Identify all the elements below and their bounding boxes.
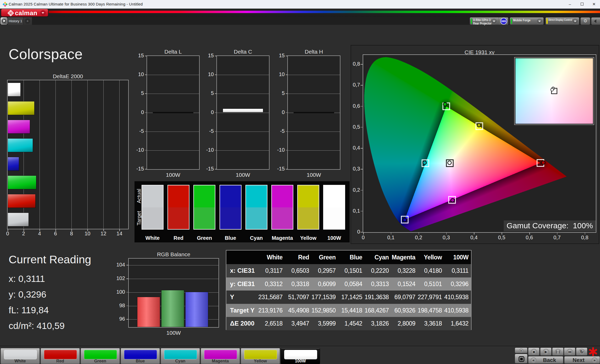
- play-icon: [2, 19, 6, 23]
- pattern-button-green[interactable]: Green: [81, 348, 120, 364]
- pattern-button-label: Blue: [121, 359, 160, 363]
- x-tick-label: 12: [96, 231, 111, 237]
- swatch-target: [324, 207, 345, 229]
- stop-button[interactable]: ■: [528, 348, 540, 356]
- pattern-button-white[interactable]: White: [1, 348, 40, 364]
- x-tick-label: 0: [0, 231, 15, 237]
- chevron-down-icon[interactable]: [573, 19, 578, 24]
- back-button[interactable]: «Back: [528, 356, 563, 364]
- y-tick-mark: [361, 85, 363, 86]
- table-row-3: Y231,568751,7097177,153917,1425191,36386…: [226, 291, 471, 304]
- table-row-5: ΔE 20002,65183,49473,59991,45423,18262,8…: [226, 317, 471, 330]
- workflow-nav-button[interactable]: [1, 17, 7, 25]
- calman-app: { "window": { "title": "Calman 2025 Calm…: [0, 0, 600, 364]
- swatch-stack[interactable]: [167, 185, 189, 230]
- y-tick-mark: [361, 169, 363, 169]
- stop-pattern-button[interactable]: [515, 354, 528, 363]
- y-tick-mark: [361, 106, 363, 107]
- gridline: [147, 94, 199, 94]
- refresh-button[interactable]: ↻: [576, 348, 587, 356]
- gridline: [288, 132, 340, 132]
- y-tick-mark: [145, 93, 147, 94]
- x-tick-label: 2: [16, 231, 31, 237]
- swatch-actual: [272, 185, 293, 207]
- settings-button[interactable]: ⚙: [580, 17, 590, 25]
- frame-step-button[interactable]: [··]: [552, 348, 564, 356]
- tab-history-1[interactable]: History 1: [8, 17, 23, 25]
- swatch-stack[interactable]: [271, 185, 293, 230]
- swatch-stack[interactable]: [323, 185, 345, 230]
- calman-menu-button[interactable]: calman: [1, 9, 48, 16]
- swatch-actual: [168, 185, 189, 207]
- swatch-stack[interactable]: [193, 185, 215, 230]
- pattern-button-red[interactable]: Red: [41, 348, 80, 364]
- pattern-button-label: 100W: [281, 359, 320, 363]
- meter-dropdown[interactable]: X-Rite i1Pro 3 Rear Projector 665: [470, 17, 508, 25]
- deltae-bar-100w: [8, 83, 21, 96]
- y-tick-mark: [126, 292, 128, 293]
- calman-logo-icon: [8, 10, 14, 16]
- scroll-up-button[interactable]: ▲: [515, 348, 528, 353]
- pattern-button-100w[interactable]: 100W: [281, 348, 320, 364]
- meter-badge[interactable]: 665: [500, 18, 507, 25]
- rgb-bar-blue: [185, 292, 208, 327]
- pattern-button-magenta[interactable]: Magenta: [201, 348, 240, 364]
- x-tick-mark: [529, 232, 530, 235]
- pattern-button-yellow[interactable]: Yellow: [241, 348, 280, 364]
- gridline: [217, 94, 269, 94]
- play-icon: ▶: [543, 349, 549, 355]
- app-logo-bar: calman: [0, 9, 600, 17]
- pattern-source-dropdown[interactable]: Mobile Forge: [510, 17, 544, 25]
- y-tick-label: 0,3: [346, 166, 360, 172]
- x-tick-mark: [55, 229, 56, 231]
- minimize-button[interactable]: –: [564, 0, 576, 8]
- next-label: Next: [567, 356, 591, 363]
- chevron-down-icon[interactable]: [537, 19, 542, 24]
- maximize-button[interactable]: [576, 0, 588, 8]
- x-category-label: 100W: [158, 172, 189, 178]
- collapse-panel-button[interactable]: [591, 17, 600, 25]
- play-button[interactable]: ▶: [540, 348, 552, 356]
- x-tick-label: 0,3: [439, 235, 454, 241]
- deltae-bar-yellow: [8, 101, 35, 115]
- swatch-stack[interactable]: [297, 185, 319, 230]
- x-tick-mark: [71, 229, 72, 231]
- y-tick-mark: [215, 150, 217, 151]
- pattern-button-cyan[interactable]: Cyan: [161, 348, 200, 364]
- swatch-stack[interactable]: [245, 185, 267, 230]
- pattern-button-blue[interactable]: Blue: [121, 348, 160, 364]
- swatch-stack[interactable]: [220, 185, 242, 230]
- chevron-down-icon[interactable]: [491, 19, 497, 24]
- frame-step-icon: [··]: [555, 349, 561, 355]
- gridline: [217, 75, 269, 75]
- swatch-stack[interactable]: [142, 185, 164, 230]
- y-tick-label: -10: [271, 147, 285, 153]
- table-cell: 0,3296: [432, 277, 469, 291]
- swatch-label: Blue: [220, 235, 242, 241]
- current-reading-title: Current Reading: [9, 253, 91, 266]
- y-tick-mark: [145, 169, 147, 169]
- delta_h-plot: [287, 55, 340, 170]
- y-tick-label: 15: [271, 53, 285, 59]
- measurement-table: WhiteRedGreenBlueCyanMagentaYellow100Wx:…: [226, 250, 472, 330]
- deltae-bar-magenta: [8, 120, 30, 134]
- y-tick-label: 10: [200, 71, 214, 77]
- x-tick-mark: [502, 232, 502, 235]
- table-row-1: x: CIE310,31170,65030,29570,15010,22200,…: [226, 264, 471, 277]
- y-tick-mark: [361, 148, 363, 149]
- add-tab-button[interactable]: +: [23, 17, 32, 25]
- table-cell: 410,5938: [432, 291, 469, 304]
- swatch-label: Magenta: [271, 235, 293, 241]
- y-tick-label: 98: [108, 303, 125, 309]
- table-cell: 410,5938: [432, 304, 469, 317]
- y-tick-label: 0,5: [346, 124, 360, 130]
- color-compare-panel: ActualTargetWhiteRedGreenBlueCyanMagenta…: [134, 181, 350, 242]
- loop-button[interactable]: ∞: [564, 348, 575, 356]
- next-button[interactable]: Next»: [564, 356, 600, 364]
- delta_h-title: Delta H: [288, 49, 340, 55]
- gridline: [147, 132, 199, 132]
- close-button[interactable]: ✕: [588, 0, 600, 8]
- pattern-button-label: Red: [41, 359, 80, 363]
- display-control-dropdown[interactable]: Direct Display Control: [545, 17, 579, 25]
- ddc-name: Direct Display Control: [548, 18, 572, 21]
